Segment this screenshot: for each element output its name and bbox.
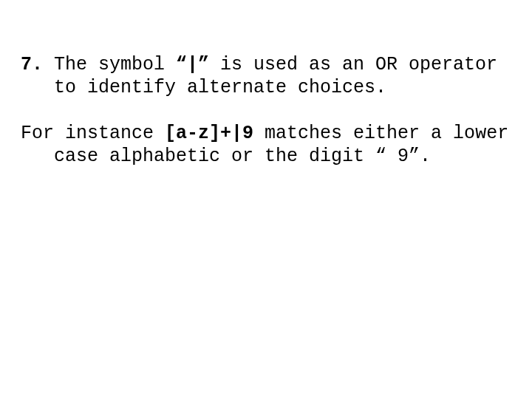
paragraph-2: For instance [a-z]+|9 matches either a l… [21,122,511,168]
list-number: 7. [21,54,43,75]
text-run: For instance [21,123,165,144]
regex-code: [a-z]+|9 [165,123,253,144]
paragraph-1: 7. The symbol “|” is used as an OR opera… [21,53,511,100]
slide-content: 7. The symbol “|” is used as an OR opera… [0,0,532,168]
pipe-symbol: “|” [176,54,209,75]
text-run: The symbol [43,54,176,75]
